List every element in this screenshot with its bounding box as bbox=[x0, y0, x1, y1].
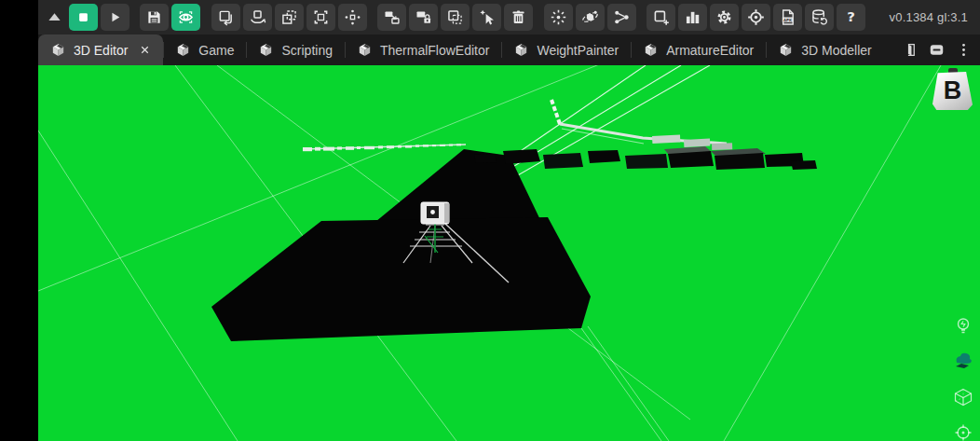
tab-close-button[interactable] bbox=[135, 44, 151, 56]
pointer-icon bbox=[477, 7, 497, 27]
nodes-icon bbox=[612, 7, 632, 27]
apk-file-icon: APK bbox=[778, 7, 797, 27]
database-sync-icon bbox=[810, 7, 829, 27]
cube-icon bbox=[357, 42, 373, 58]
tab-bar: 3D EditorGameScriptingThermalFlowEditorW… bbox=[38, 34, 980, 65]
move-button[interactable] bbox=[338, 4, 367, 31]
bulb-icon bbox=[951, 314, 975, 338]
version-label: v0.1384 gl:3.1 bbox=[890, 10, 980, 24]
save-button[interactable] bbox=[140, 4, 169, 31]
stop-icon bbox=[74, 7, 93, 27]
settings-button[interactable] bbox=[710, 4, 739, 31]
exit-door-icon bbox=[901, 41, 919, 59]
light-flare-button[interactable] bbox=[544, 4, 573, 31]
box-select-button[interactable] bbox=[306, 4, 335, 31]
keyboard-hide-icon bbox=[928, 41, 946, 59]
cube-icon bbox=[643, 42, 659, 58]
stats-button[interactable] bbox=[678, 4, 707, 31]
duplicate-icon bbox=[445, 7, 465, 27]
box-select-icon bbox=[311, 7, 331, 27]
export-apk-button[interactable]: APK bbox=[773, 4, 802, 31]
exit-panel-button[interactable] bbox=[897, 38, 921, 62]
orbit-rotate-button[interactable] bbox=[243, 4, 272, 31]
app-logo: B bbox=[932, 72, 973, 110]
trash-icon bbox=[509, 7, 528, 27]
move-icon bbox=[343, 7, 362, 27]
collapse-toolbar-button[interactable] bbox=[44, 4, 66, 31]
tab-weightpainter[interactable]: WeightPainter bbox=[501, 34, 631, 65]
viewport-overlay-tools bbox=[950, 313, 975, 441]
tab-label: Scripting bbox=[281, 43, 332, 58]
tab-label: Game bbox=[198, 43, 234, 58]
tab-game[interactable]: Game bbox=[163, 34, 246, 65]
copy-move-button[interactable] bbox=[377, 4, 406, 31]
scene-light-button[interactable] bbox=[950, 313, 975, 338]
tab-scripting[interactable]: Scripting bbox=[246, 34, 344, 65]
bar-chart-icon bbox=[683, 7, 702, 27]
tab-thermalfloweditor[interactable]: ThermalFlowEditor bbox=[345, 34, 501, 65]
triangle-up-icon bbox=[45, 7, 64, 27]
duplicate-button[interactable] bbox=[441, 4, 470, 31]
bounds-cube-button[interactable] bbox=[950, 384, 975, 409]
tab-3d-modeller[interactable]: 3D Modeller bbox=[766, 34, 883, 65]
scale-icon bbox=[279, 7, 299, 27]
add-object-button[interactable] bbox=[647, 4, 675, 31]
tracker-button[interactable] bbox=[742, 4, 770, 31]
play-icon bbox=[105, 7, 125, 27]
cube-icon bbox=[258, 42, 274, 58]
cube-icon bbox=[513, 42, 529, 58]
preview-button[interactable] bbox=[171, 4, 200, 31]
orbit-icon bbox=[580, 7, 600, 27]
viewport-canvas[interactable] bbox=[38, 65, 980, 441]
copy-lock-icon bbox=[414, 7, 433, 27]
tab-label: ArmatureEditor bbox=[666, 43, 754, 58]
tab-armatureeditor[interactable]: ArmatureEditor bbox=[631, 34, 766, 65]
tab-label: ThermalFlowEditor bbox=[380, 43, 489, 58]
overflow-menu-button[interactable] bbox=[951, 38, 975, 62]
target-gear-icon bbox=[746, 7, 766, 27]
tab-label: 3D Modeller bbox=[801, 43, 871, 58]
sync-database-button[interactable] bbox=[805, 4, 834, 31]
cube-icon bbox=[778, 42, 794, 58]
cube-icon bbox=[175, 42, 191, 58]
svg-text:?: ? bbox=[847, 8, 855, 25]
pointer-select-button[interactable] bbox=[472, 4, 501, 31]
add-object-icon bbox=[651, 7, 671, 27]
rotate-orbit-icon bbox=[248, 7, 267, 27]
tab-3d-editor[interactable]: 3D Editor bbox=[38, 34, 163, 65]
app-logo-letter: B bbox=[932, 72, 973, 110]
stop-button[interactable] bbox=[69, 4, 98, 31]
play-button[interactable] bbox=[101, 4, 129, 31]
toolbar: APK?v0.1384 gl:3.1 bbox=[38, 0, 980, 34]
delete-button[interactable] bbox=[504, 4, 533, 31]
save-icon bbox=[144, 7, 164, 27]
environment-button[interactable] bbox=[950, 349, 975, 374]
target-icon bbox=[951, 420, 975, 441]
focus-target-button[interactable] bbox=[950, 420, 975, 441]
svg-text:APK: APK bbox=[783, 18, 793, 22]
node-graph-button[interactable] bbox=[607, 4, 636, 31]
tab-label: WeightPainter bbox=[537, 43, 619, 58]
sun-icon bbox=[549, 7, 568, 27]
tab-label: 3D Editor bbox=[74, 43, 128, 58]
orbit-view-button[interactable] bbox=[576, 4, 605, 31]
terrain-icon bbox=[951, 350, 975, 374]
copy-lock-button[interactable] bbox=[409, 4, 438, 31]
cube-wire-icon bbox=[951, 385, 975, 409]
copy-move-icon bbox=[382, 7, 402, 27]
rotate-object-button[interactable] bbox=[211, 4, 240, 31]
viewport: B bbox=[38, 65, 980, 441]
toggle-keyboard-button[interactable] bbox=[924, 38, 948, 62]
cube-icon bbox=[50, 42, 66, 58]
menu-dots-icon bbox=[955, 41, 973, 59]
help-button[interactable]: ? bbox=[837, 4, 865, 31]
help-icon: ? bbox=[841, 7, 861, 27]
eye-icon bbox=[176, 7, 196, 27]
scale-button[interactable] bbox=[275, 4, 304, 31]
gear-icon bbox=[715, 7, 734, 27]
rotate-object-icon bbox=[216, 7, 236, 27]
tab-bar-actions bbox=[897, 34, 980, 65]
